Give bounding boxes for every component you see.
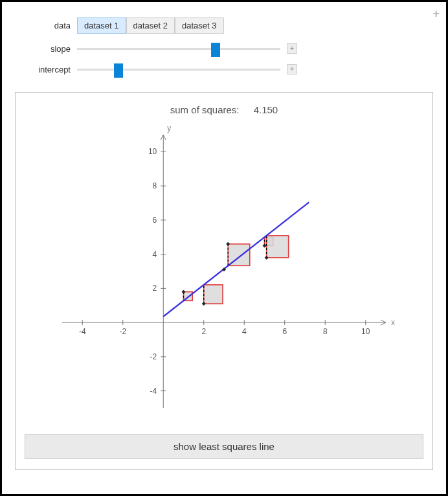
expand-icon[interactable]: + [432, 7, 440, 21]
slope-label: slope [17, 44, 77, 54]
dataset-option-2[interactable]: dataset 2 [126, 17, 175, 34]
intercept-slider[interactable] [77, 63, 280, 75]
dataset-option-3[interactable]: dataset 3 [175, 17, 224, 34]
sos-value: 4.150 [254, 104, 278, 115]
svg-line-44 [163, 202, 309, 317]
slope-thumb[interactable] [211, 43, 220, 57]
svg-text:2: 2 [201, 327, 206, 336]
intercept-plus-icon[interactable]: + [287, 64, 297, 74]
svg-text:-4: -4 [79, 327, 86, 336]
svg-text:2: 2 [153, 284, 157, 293]
dataset-setter[interactable]: dataset 1dataset 2dataset 3 [77, 17, 224, 34]
sum-of-squares-readout: sum of squares: 4.150 [25, 104, 423, 115]
intercept-row: intercept + [17, 63, 431, 75]
slider-track [77, 69, 280, 71]
svg-text:4: 4 [153, 250, 157, 259]
svg-text:10: 10 [148, 147, 157, 156]
scatter-plot: xy-4-2246810-4-2246810 [43, 119, 405, 423]
svg-text:6: 6 [153, 216, 157, 225]
data-label: data [17, 21, 77, 30]
show-least-squares-button[interactable]: show least squares line [25, 434, 423, 459]
svg-rect-42 [267, 236, 289, 258]
svg-text:x: x [391, 318, 395, 327]
svg-text:8: 8 [153, 181, 157, 190]
svg-rect-34 [204, 285, 223, 304]
svg-text:6: 6 [282, 327, 287, 336]
plot-stage: sum of squares: 4.150 xy-4-2246810-4-224… [15, 92, 433, 470]
svg-text:8: 8 [323, 327, 328, 336]
svg-text:-4: -4 [150, 387, 157, 396]
svg-text:4: 4 [242, 327, 247, 336]
controls-panel: data dataset 1dataset 2dataset 3 slope +… [15, 14, 433, 92]
dataset-row: data dataset 1dataset 2dataset 3 [17, 17, 431, 34]
intercept-label: intercept [17, 65, 77, 74]
slope-row: slope + [17, 43, 431, 54]
sos-label: sum of squares: [170, 104, 240, 115]
intercept-thumb[interactable] [114, 63, 123, 78]
svg-text:10: 10 [361, 327, 370, 336]
slope-plus-icon[interactable]: + [287, 43, 297, 54]
svg-text:y: y [167, 124, 171, 133]
dataset-option-1[interactable]: dataset 1 [77, 17, 126, 34]
svg-text:-2: -2 [150, 352, 157, 361]
svg-text:-2: -2 [119, 327, 126, 336]
slider-track [77, 48, 280, 50]
slope-slider[interactable] [77, 43, 280, 54]
app-window: + data dataset 1dataset 2dataset 3 slope… [0, 0, 448, 496]
